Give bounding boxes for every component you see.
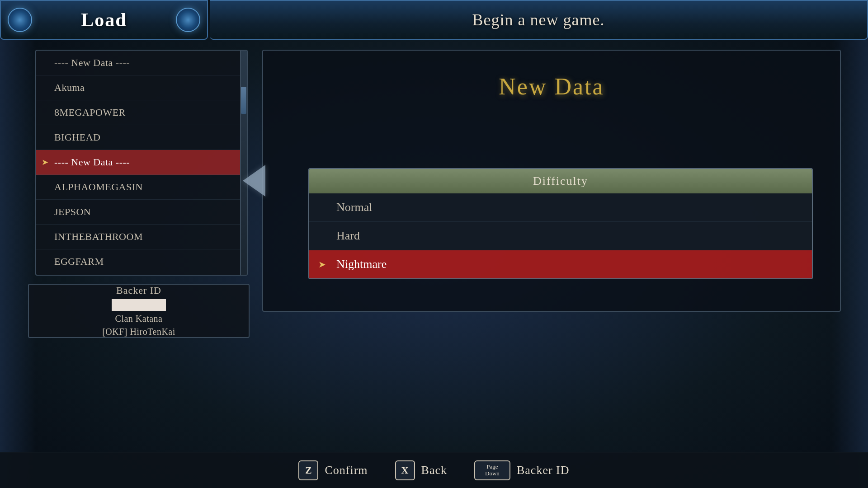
difficulty-label: Hard bbox=[336, 229, 360, 242]
difficulty-item-nightmare[interactable]: ➤Nightmare bbox=[309, 250, 812, 278]
save-item-label: INTHEBATHROOM bbox=[54, 231, 143, 242]
header-load-section: Load bbox=[0, 0, 208, 40]
side-decoration-left bbox=[0, 0, 36, 488]
action-bar: Z Confirm X Back Page Down Backer ID bbox=[0, 452, 868, 488]
difficulty-item-hard[interactable]: ➤Hard bbox=[309, 222, 812, 250]
back-key-badge: X bbox=[395, 460, 415, 480]
save-item-dungeonite[interactable]: ➤DUNGEONITE bbox=[36, 274, 247, 276]
difficulty-label: Nightmare bbox=[336, 258, 387, 271]
save-item-label: ---- New Data ---- bbox=[54, 57, 130, 68]
selector-arrow-icon: ➤ bbox=[42, 157, 49, 167]
backer-clan: Clan Katana bbox=[115, 314, 163, 324]
backer-id-action[interactable]: Page Down Backer ID bbox=[474, 460, 570, 480]
new-data-title: New Data bbox=[263, 51, 840, 118]
save-item-eggfarm[interactable]: ➤EGGFARM bbox=[36, 249, 247, 274]
save-item-label: ALPHAOMEGASIN bbox=[54, 181, 143, 192]
page-down-line2: Down bbox=[485, 470, 500, 477]
left-arrow-button[interactable] bbox=[241, 163, 268, 199]
difficulty-item-normal[interactable]: ➤Normal bbox=[309, 193, 812, 222]
header-load-title: Load bbox=[81, 9, 127, 31]
difficulty-container: Difficulty ➤Normal➤Hard➤Nightmare bbox=[308, 168, 813, 279]
back-label: Back bbox=[421, 464, 447, 477]
left-arrow-icon bbox=[243, 165, 265, 197]
save-item-label: JEPSON bbox=[54, 206, 91, 217]
page-down-line1: Page bbox=[486, 464, 498, 470]
page-down-key-badge: Page Down bbox=[474, 460, 510, 480]
difficulty-label: Normal bbox=[336, 201, 372, 214]
save-item-8megapower[interactable]: ➤8MEGAPOWER bbox=[36, 100, 247, 125]
confirm-action[interactable]: Z Confirm bbox=[298, 460, 368, 480]
save-item-label: 8MEGAPOWER bbox=[54, 107, 126, 118]
backer-panel: Backer ID Clan Katana [OKF] HiroTenKai bbox=[28, 284, 250, 338]
header-message-text: Begin a new game. bbox=[472, 10, 605, 29]
save-item-alphaomegasin[interactable]: ➤ALPHAOMEGASIN bbox=[36, 175, 247, 200]
save-item-label: Akuma bbox=[54, 82, 85, 93]
header-bar: Load Begin a new game. bbox=[0, 0, 868, 40]
save-item-bighead[interactable]: ➤BIGHEAD bbox=[36, 125, 247, 150]
difficulty-header: Difficulty bbox=[309, 169, 812, 193]
scrollbar-thumb bbox=[241, 87, 246, 114]
right-panel: New Data Difficulty ➤Normal➤Hard➤Nightma… bbox=[262, 50, 841, 312]
confirm-label: Confirm bbox=[325, 464, 368, 477]
save-list-panel: ➤---- New Data ----➤Akuma➤8MEGAPOWER➤BIG… bbox=[35, 50, 248, 441]
save-list-box: ➤---- New Data ----➤Akuma➤8MEGAPOWER➤BIG… bbox=[35, 50, 248, 276]
back-action[interactable]: X Back bbox=[395, 460, 447, 480]
diff-arrow-icon: ➤ bbox=[318, 259, 326, 270]
save-item-jepson[interactable]: ➤JEPSON bbox=[36, 200, 247, 225]
header-message-section: Begin a new game. bbox=[210, 0, 868, 40]
difficulty-items: ➤Normal➤Hard➤Nightmare bbox=[309, 193, 812, 278]
backer-name: [OKF] HiroTenKai bbox=[102, 327, 175, 337]
save-item-label: BIGHEAD bbox=[54, 131, 101, 143]
backer-id-input[interactable] bbox=[112, 299, 166, 311]
backer-id-action-label: Backer ID bbox=[517, 464, 570, 477]
confirm-key-badge: Z bbox=[298, 460, 318, 480]
save-list-items: ➤---- New Data ----➤Akuma➤8MEGAPOWER➤BIG… bbox=[36, 51, 247, 276]
save-item-label: ---- New Data ---- bbox=[54, 156, 130, 168]
save-item-inthebathroom[interactable]: ➤INTHEBATHROOM bbox=[36, 225, 247, 249]
save-item-label: EGGFARM bbox=[54, 256, 104, 267]
save-item-new-data-top[interactable]: ➤---- New Data ---- bbox=[36, 51, 247, 75]
save-item-new-data-selected[interactable]: ➤---- New Data ---- bbox=[36, 150, 247, 175]
backer-label: Backer ID bbox=[116, 285, 161, 296]
save-item-akuma[interactable]: ➤Akuma bbox=[36, 75, 247, 100]
